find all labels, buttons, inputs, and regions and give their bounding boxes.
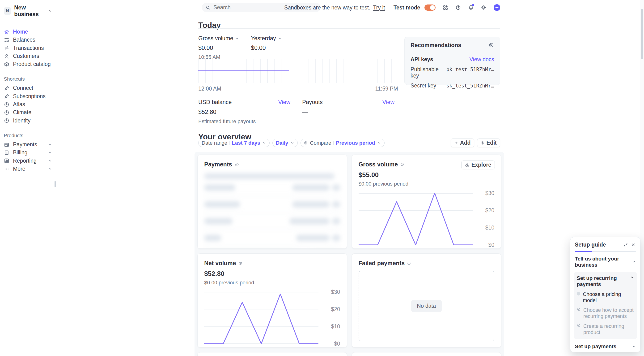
metric-value: $0.00: [251, 45, 282, 51]
today-chart-axis: 12:00 AM 11:59 PM: [198, 86, 398, 92]
sidebar-item-more[interactable]: More: [0, 165, 56, 173]
substep-label: Create a recurring product: [583, 323, 634, 335]
info-icon[interactable]: [407, 261, 411, 265]
api-key-row: Secret key sk_test_51RZhMr…: [410, 83, 494, 89]
step-label: Set up payments: [575, 343, 629, 350]
page-scrollbar-thumb[interactable]: [641, 9, 643, 59]
interval-filter[interactable]: Daily: [272, 139, 298, 147]
date-range-filter[interactable]: Date range Last 7 days: [198, 139, 270, 147]
invoice-icon: [4, 150, 10, 155]
balances-icon: [4, 37, 10, 43]
setup-guide-panel: Setup guide Tell us about your business …: [570, 237, 640, 352]
info-icon[interactable]: [400, 162, 404, 166]
sidebar-item-label: Balances: [13, 37, 36, 43]
clock-icon: [4, 102, 10, 107]
compare-filter[interactable]: Compare Previous period: [300, 139, 384, 147]
chevron-up-icon: [630, 275, 634, 279]
sidebar-item-label: Product catalog: [13, 61, 51, 67]
sidebar-item-atlas[interactable]: Atlas: [0, 100, 56, 108]
test-mode-toggle[interactable]: [424, 5, 436, 11]
pin-icon: [4, 85, 10, 91]
plus-icon: [454, 141, 458, 145]
sandboxes-banner-text: Sandboxes are the new way to test.: [284, 5, 370, 11]
locked-step-icon: [577, 323, 581, 327]
axis-end-label: 11:59 PM: [375, 86, 398, 92]
help-button[interactable]: [456, 5, 461, 11]
overview-filter-bar: Date range Last 7 days Daily Compare Pre…: [198, 138, 500, 147]
payouts-section: Payouts View —: [302, 99, 394, 115]
gross-volume-value: $55.00: [358, 171, 494, 179]
apps-button[interactable]: [443, 5, 448, 11]
search-icon: [206, 5, 210, 10]
metric-selector[interactable]: Gross volume: [198, 35, 239, 42]
sidebar-item-connect[interactable]: Connect: [0, 84, 56, 92]
hide-values-icon[interactable]: [234, 162, 239, 167]
chevron-down-icon: [48, 159, 52, 163]
secret-key-value[interactable]: sk_test_51RZhMr…: [446, 83, 494, 89]
chevron-down-icon: [278, 36, 282, 40]
info-icon[interactable]: [238, 261, 242, 265]
sidebar-item-product-catalog[interactable]: Product catalog: [0, 60, 56, 68]
x-axis-labels: Nov 26 Dec 2: [204, 347, 318, 347]
step-label: Tell us about your business: [575, 256, 629, 268]
sidebar-products-nav: Payments Billing Reporting More: [0, 141, 56, 173]
setup-step-business[interactable]: Tell us about your business: [575, 252, 636, 272]
metric-selector[interactable]: Yesterday: [251, 35, 282, 42]
usd-balance-section: USD balance View $52.80 Estimated future…: [198, 99, 290, 125]
chevron-down-icon: [235, 36, 239, 40]
sidebar-item-payments[interactable]: Payments: [0, 141, 56, 148]
usd-balance-view-link[interactable]: View: [278, 99, 290, 105]
view-docs-link[interactable]: View docs: [470, 56, 494, 63]
top-customers-card: Top customers by spend All time: [352, 352, 502, 356]
sidebar-item-identity[interactable]: Identity: [0, 117, 56, 125]
setup-step-payments[interactable]: Set up payments: [575, 340, 636, 352]
key-label: Secret key: [410, 83, 446, 89]
card-title: Net volume: [204, 260, 236, 267]
close-circle-icon: [488, 42, 494, 48]
substep-label: Choose how to accept recurring payments: [583, 307, 634, 319]
dismiss-recommendations-button[interactable]: [488, 42, 494, 48]
topbar-actions: Sandboxes are the new way to test. Try i…: [284, 3, 500, 12]
sidebar-item-reporting[interactable]: Reporting: [0, 157, 56, 165]
sandboxes-try-it-link[interactable]: Try it: [373, 5, 385, 11]
account-switcher[interactable]: N New business: [0, 3, 56, 19]
sidebar-section-shortcuts: Shortcuts: [0, 76, 56, 82]
sidebar-item-billing[interactable]: Billing: [0, 149, 56, 156]
gross-volume-previous: $0.00 previous period: [358, 181, 494, 187]
sidebar-item-label: Transactions: [13, 45, 44, 51]
sidebar-item-customers[interactable]: Customers: [0, 52, 56, 60]
payouts-value: —: [302, 108, 394, 115]
sidebar-item-home[interactable]: Home: [0, 28, 56, 36]
edit-overview-button[interactable]: Edit: [477, 138, 500, 147]
sidebar-item-label: Connect: [13, 85, 33, 91]
sidebar-item-label: Billing: [13, 150, 28, 155]
settings-button[interactable]: [481, 5, 486, 11]
sidebar-item-climate[interactable]: Climate: [0, 108, 56, 116]
filter-label: Compare: [310, 140, 331, 146]
sidebar-item-balances[interactable]: Balances: [0, 36, 56, 44]
add-widget-button[interactable]: Add: [451, 138, 474, 147]
api-key-row: Publishable key pk_test_51RZhMr…: [410, 66, 494, 79]
create-button[interactable]: [494, 4, 500, 11]
explore-button[interactable]: Explore: [461, 160, 495, 169]
sidebar-scrollbar-thumb[interactable]: [54, 181, 56, 187]
substep-pricing-model[interactable]: Choose a pricing model: [577, 291, 634, 303]
setup-step-recurring-header[interactable]: Set up recurring payments: [577, 275, 634, 288]
notifications-button[interactable]: [468, 5, 474, 11]
sidebar-item-subscriptions[interactable]: Subscriptions: [0, 92, 56, 100]
sidebar: N New business Home Balances Transaction…: [0, 0, 56, 356]
card-title: Gross volume: [358, 161, 398, 168]
y-tick-label: $10: [321, 323, 340, 330]
payouts-view-link[interactable]: View: [382, 99, 394, 105]
close-icon[interactable]: [631, 243, 636, 247]
button-label: Explore: [472, 162, 491, 168]
x-end-label: Dec 2: [458, 248, 472, 249]
recommendations-title: Recommendations: [410, 42, 461, 49]
remove-compare-icon[interactable]: [304, 141, 308, 145]
sidebar-item-transactions[interactable]: Transactions: [0, 44, 56, 52]
ellipsis-icon: [4, 166, 10, 172]
bar-chart-icon: [4, 158, 10, 163]
setup-guide-title: Setup guide: [575, 242, 623, 248]
minimize-icon[interactable]: [623, 243, 628, 247]
publishable-key-value[interactable]: pk_test_51RZhMr…: [446, 67, 494, 72]
